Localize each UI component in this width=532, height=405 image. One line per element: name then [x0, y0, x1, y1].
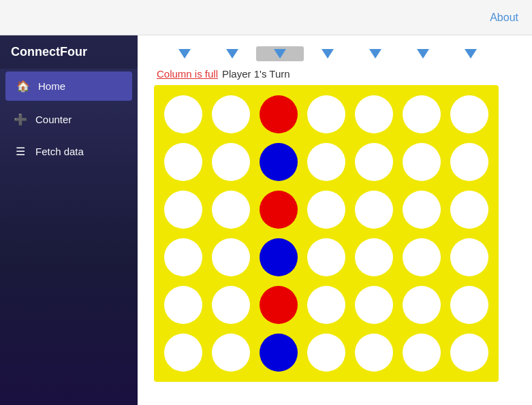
disc-3-6 — [450, 238, 488, 276]
arrow-icon — [369, 49, 381, 59]
disc-2-6 — [450, 191, 488, 229]
board-cell-2-1 — [207, 186, 255, 233]
board-cell-2-6 — [445, 186, 493, 233]
sidebar-item-home[interactable]: 🏠Home — [5, 71, 132, 101]
board-cell-5-1 — [207, 329, 255, 376]
board-cell-4-2 — [255, 281, 302, 329]
board-cell-3-5 — [398, 233, 445, 281]
disc-2-5 — [403, 191, 441, 229]
disc-1-5 — [403, 143, 441, 181]
disc-5-3 — [307, 334, 345, 372]
column-arrow-0[interactable] — [161, 46, 208, 61]
board-cell-1-5 — [398, 138, 445, 186]
disc-1-3 — [307, 143, 345, 181]
disc-0-1 — [212, 95, 250, 133]
disc-2-0 — [164, 191, 202, 229]
arrow-icon — [417, 49, 429, 59]
disc-2-1 — [212, 191, 250, 229]
arrow-icon — [178, 49, 191, 59]
disc-5-6 — [450, 334, 488, 372]
board-cell-5-4 — [350, 329, 398, 376]
board-cell-4-4 — [350, 281, 398, 329]
app-title: ConnectFour — [0, 35, 138, 69]
disc-2-4 — [355, 191, 393, 229]
column-arrow-6[interactable] — [447, 46, 495, 61]
disc-2-2 — [260, 191, 298, 229]
board-cell-5-3 — [302, 329, 350, 376]
disc-4-3 — [307, 286, 345, 324]
column-arrow-4[interactable] — [351, 46, 399, 61]
board-cell-0-6 — [445, 91, 493, 138]
board-cell-3-3 — [302, 233, 350, 281]
board-cell-3-2 — [255, 233, 302, 281]
board-cell-1-2 — [255, 138, 302, 186]
arrow-icon — [274, 49, 286, 59]
board-cell-0-4 — [350, 91, 398, 138]
board-cell-2-2 — [255, 186, 302, 233]
disc-0-2 — [260, 95, 298, 133]
board-cell-0-0 — [159, 91, 207, 138]
board-cell-5-2 — [255, 329, 302, 376]
disc-0-3 — [307, 95, 345, 133]
board-cell-3-1 — [207, 233, 255, 281]
disc-2-3 — [307, 191, 345, 229]
arrow-row — [154, 46, 516, 61]
sidebar-item-counter[interactable]: ➕Counter — [0, 103, 138, 135]
column-arrow-5[interactable] — [399, 46, 447, 61]
status-message: Column is full Player 1's Turn — [154, 68, 516, 80]
board-cell-2-4 — [350, 186, 398, 233]
disc-3-4 — [355, 238, 393, 276]
sidebar-item-label: Home — [38, 80, 65, 92]
disc-5-4 — [355, 334, 393, 372]
disc-3-3 — [307, 238, 345, 276]
disc-0-5 — [403, 95, 441, 133]
disc-3-1 — [212, 238, 250, 276]
arrow-icon — [465, 49, 477, 59]
disc-4-6 — [450, 286, 488, 324]
fetch-data-icon: ☰ — [14, 145, 27, 158]
board-cell-0-5 — [398, 91, 445, 138]
disc-0-0 — [164, 95, 202, 133]
board-cell-0-3 — [302, 91, 350, 138]
disc-1-0 — [164, 143, 202, 181]
game-board — [154, 85, 499, 382]
disc-4-4 — [355, 286, 393, 324]
column-full-text: Column is full — [157, 68, 218, 80]
disc-1-6 — [450, 143, 488, 181]
about-link[interactable]: About — [490, 12, 518, 24]
board-cell-3-4 — [350, 233, 398, 281]
board-cell-4-1 — [207, 281, 255, 329]
sidebar: ConnectFour 🏠Home➕Counter☰Fetch data — [0, 35, 138, 405]
board-cell-4-3 — [302, 281, 350, 329]
column-arrow-2[interactable] — [256, 46, 304, 61]
disc-1-2 — [260, 143, 298, 181]
column-arrow-3[interactable] — [304, 46, 351, 61]
top-nav: About — [0, 0, 532, 35]
board-cell-1-0 — [159, 138, 207, 186]
board-cell-3-0 — [159, 233, 207, 281]
board-cell-3-6 — [445, 233, 493, 281]
board-cell-2-0 — [159, 186, 207, 233]
player-turn-text: Player 1's Turn — [222, 68, 290, 80]
disc-5-1 — [212, 334, 250, 372]
board-cell-0-2 — [255, 91, 302, 138]
board-cell-2-3 — [302, 186, 350, 233]
column-arrow-1[interactable] — [208, 46, 256, 61]
disc-5-2 — [260, 334, 298, 372]
sidebar-item-fetch-data[interactable]: ☰Fetch data — [0, 135, 138, 167]
disc-4-5 — [403, 286, 441, 324]
disc-5-5 — [403, 334, 441, 372]
board-cell-1-3 — [302, 138, 350, 186]
board-cell-5-5 — [398, 329, 445, 376]
disc-0-6 — [450, 95, 488, 133]
home-icon: 🏠 — [16, 80, 30, 93]
disc-4-0 — [164, 286, 202, 324]
layout: ConnectFour 🏠Home➕Counter☰Fetch data Col… — [0, 35, 532, 405]
board-cell-4-5 — [398, 281, 445, 329]
disc-4-2 — [260, 286, 298, 324]
counter-icon: ➕ — [14, 113, 27, 126]
sidebar-item-label: Counter — [35, 114, 72, 125]
board-cell-4-0 — [159, 281, 207, 329]
sidebar-item-label: Fetch data — [35, 146, 84, 157]
disc-1-1 — [212, 143, 250, 181]
